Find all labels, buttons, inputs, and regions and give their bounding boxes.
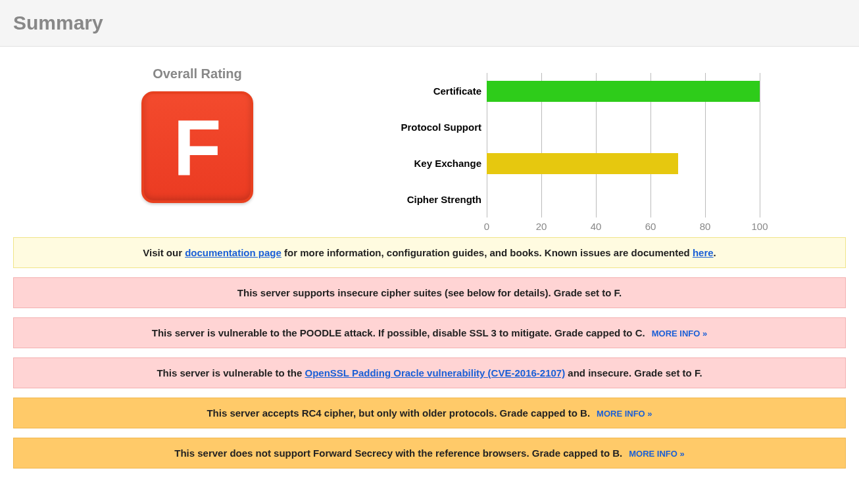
rating-label: Overall Rating [13, 66, 381, 81]
notice-red: This server is vulnerable to the POODLE … [13, 317, 846, 348]
grade-letter: F [173, 108, 221, 187]
notice-text: for more information, configuration guid… [282, 247, 693, 258]
chart-bar-slot [487, 145, 760, 181]
chart-category-label: Cipher Strength [381, 181, 481, 218]
summary-header: Summary [0, 0, 859, 47]
chart-tick-label: 60 [645, 221, 656, 232]
chart-bar-slot [487, 109, 760, 145]
grade-badge: F [141, 91, 253, 203]
chart-bar-slot [487, 181, 760, 218]
chart-category-label: Key Exchange [381, 145, 481, 181]
notice-text: This server is vulnerable to the POODLE … [152, 327, 645, 338]
chart-bars [487, 73, 760, 218]
notice-text: This server is vulnerable to the [157, 367, 305, 378]
notice-yellow: Visit our documentation page for more in… [13, 237, 846, 268]
chart-tick-label: 20 [536, 221, 547, 232]
chart-tick-label: 80 [700, 221, 711, 232]
notice-link[interactable]: here [693, 247, 714, 258]
notice-text: and insecure. Grade set to F. [565, 367, 702, 378]
more-info-link[interactable]: MORE INFO » [652, 329, 708, 338]
chart-labels: CertificateProtocol SupportKey ExchangeC… [381, 73, 487, 218]
notice-red: This server is vulnerable to the OpenSSL… [13, 357, 846, 388]
chart-tick-label: 40 [591, 221, 602, 232]
chart-bar-slot [487, 73, 760, 109]
rating-column: Overall Rating F [13, 66, 381, 203]
chart-plot: 020406080100 [487, 73, 760, 218]
chart-column: CertificateProtocol SupportKey ExchangeC… [381, 66, 846, 218]
chart-bar [487, 153, 678, 174]
chart-gridline [760, 73, 760, 218]
chart-bar [487, 81, 760, 102]
notice-text: . [714, 247, 716, 258]
notice-text: This server supports insecure cipher sui… [237, 287, 622, 298]
chart-category-label: Protocol Support [381, 109, 481, 145]
notice-link[interactable]: OpenSSL Padding Oracle vulnerability (CV… [305, 367, 565, 378]
notice-orange: This server does not support Forward Sec… [13, 438, 846, 469]
notice-text: This server accepts RC4 cipher, but only… [207, 407, 590, 419]
chart-tick-label: 0 [484, 221, 489, 232]
more-info-link[interactable]: MORE INFO » [597, 409, 652, 419]
summary-row: Overall Rating F CertificateProtocol Sup… [0, 47, 859, 231]
notice-text: This server does not support Forward Sec… [174, 447, 622, 459]
notice-text: Visit our [143, 247, 185, 258]
notice-red: This server supports insecure cipher sui… [13, 277, 846, 308]
chart-tick-label: 100 [751, 221, 768, 232]
notice-list: Visit our documentation page for more in… [0, 231, 859, 497]
chart-category-label: Certificate [381, 73, 481, 109]
page-title: Summary [13, 12, 846, 34]
more-info-link[interactable]: MORE INFO » [629, 449, 685, 459]
notice-link[interactable]: documentation page [185, 247, 282, 258]
notice-orange: This server accepts RC4 cipher, but only… [13, 398, 846, 428]
